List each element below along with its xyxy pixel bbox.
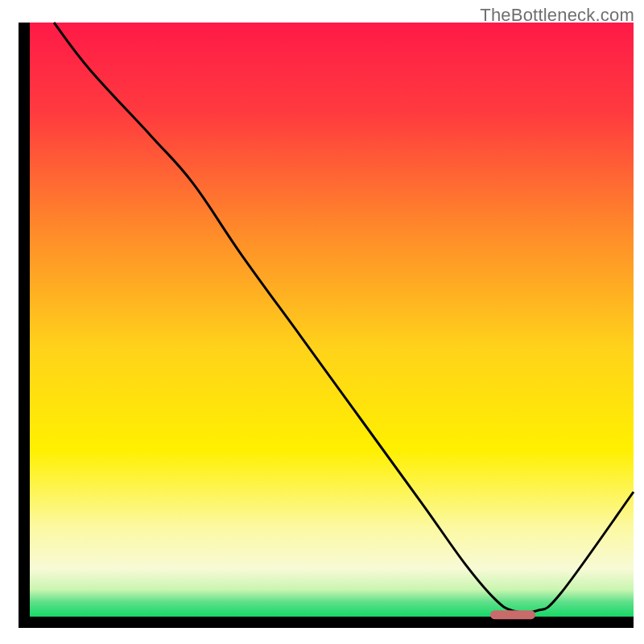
chart-root: TheBottleneck.com [0, 0, 644, 644]
bottleneck-chart [0, 0, 644, 644]
y-axis-frame [19, 23, 30, 628]
marker-bar [490, 610, 535, 619]
x-axis-frame [19, 617, 634, 628]
plot-area-background [30, 23, 634, 617]
watermark-label: TheBottleneck.com [480, 5, 634, 26]
